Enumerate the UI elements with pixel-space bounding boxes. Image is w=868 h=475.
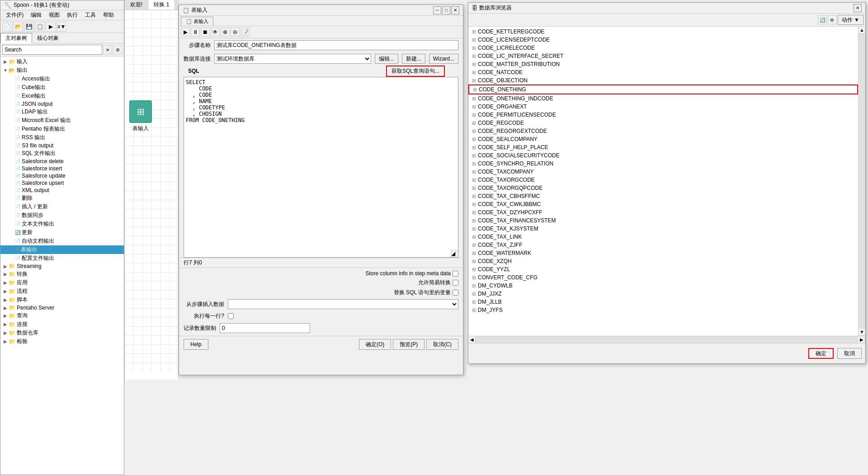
db-cancel-button[interactable]: 取消	[837, 348, 862, 359]
tree-item-xmloutput[interactable]: 📄 XML output	[0, 187, 124, 194]
execute-checkbox[interactable]	[228, 313, 234, 319]
search-input[interactable]	[2, 45, 102, 55]
tree-item-update[interactable]: 🔄 更新	[0, 228, 124, 237]
cancel-button[interactable]: 取消(C)	[426, 339, 458, 350]
stepname-input[interactable]	[214, 40, 458, 50]
db-item-15[interactable]: ⊞ CODE_SOCIALSECURITYCODE	[468, 151, 858, 160]
db-item-11[interactable]: ⊞ CODE_REGCODE	[468, 119, 858, 127]
db-item-30[interactable]: ⊞ CONVERT_CODE_CFG	[468, 273, 858, 282]
tree-item-insertupddate[interactable]: 📄 插入 / 更新	[0, 202, 124, 211]
search-config-btn[interactable]: ⚙	[113, 45, 122, 54]
sql-editor[interactable]: SELECT CODE , CODE , NAME , CODETYPE , C…	[184, 77, 458, 257]
preview-btn[interactable]: 👁	[211, 28, 220, 37]
db-item-9[interactable]: ⊞ CODE_ORGANEXT	[468, 103, 858, 111]
tree-item-msexcel[interactable]: 📄 Microsoft Excel 输出	[0, 116, 124, 125]
db-item-13[interactable]: ⊞ CODE_SEALCOMPANY	[468, 135, 858, 143]
simple-conv-checkbox[interactable]	[453, 280, 458, 286]
db-scroll-up[interactable]: ▲	[859, 27, 865, 34]
db-item-12[interactable]: ⊞ CODE_REGORGEXTCODE	[468, 127, 858, 135]
toolbar-saveas[interactable]: 📋	[35, 22, 45, 32]
db-item-7[interactable]: ⊞ CODE_ONETHING	[468, 85, 858, 94]
close-btn[interactable]: ✕	[451, 6, 459, 14]
db-item-16[interactable]: ⊞ CODE_SYNCHRO_RELATION	[468, 160, 858, 168]
tree-item-verify[interactable]: ▶ 📁 检验	[0, 337, 124, 346]
tree-item-tableout[interactable]: 🗄 表输出	[0, 245, 124, 254]
log-btn[interactable]: 📝	[241, 28, 250, 37]
tree-item-output[interactable]: ▼ 📂 输出	[0, 66, 124, 75]
tree-item-sfupsert[interactable]: 📄 Salesforce upsert	[0, 179, 124, 187]
db-item-5[interactable]: ⊞ CODE_NATCODE	[468, 68, 858, 76]
db-item-22[interactable]: ⊞ CODE_TAX_DZYHPCXFF	[468, 208, 858, 216]
db-item-33[interactable]: ⊞ DM_JLLB	[468, 298, 858, 306]
ok-button[interactable]: 确定(O)	[359, 339, 391, 350]
db-item-14[interactable]: ⊞ CODE_SELF_HELP_PLACE	[468, 143, 858, 151]
toolbar-new[interactable]: 📄	[2, 22, 12, 32]
dbconn-select[interactable]: 测试环境数据库	[214, 54, 371, 64]
zoom-out-btn[interactable]: ⊖	[231, 28, 240, 37]
db-hscroll-right[interactable]: ▶	[858, 336, 865, 343]
tree-item-access[interactable]: 📄 Access输出	[0, 75, 124, 83]
record-limit-input[interactable]	[220, 323, 310, 333]
db-item-26[interactable]: ⊞ CODE_TAX_ZJFF	[468, 241, 858, 249]
db-scroll-down[interactable]: ▼	[859, 329, 865, 336]
db-action-btn[interactable]: 动作 ▼	[838, 15, 863, 25]
db-item-23[interactable]: ⊞ CODE_TAX_FINANCESYSTEM	[468, 216, 858, 225]
menu-execute[interactable]: 执行	[63, 10, 81, 20]
step-box[interactable]: ⊞ 表输入	[129, 100, 152, 132]
help-button[interactable]: Help	[184, 339, 208, 350]
menu-help[interactable]: 帮助	[99, 10, 118, 20]
tree-item-configout[interactable]: 📄 配置文件输出	[0, 254, 124, 263]
run-btn[interactable]: ▶	[181, 28, 190, 37]
db-item-24[interactable]: ⊞ CODE_TAX_KJSYSTEM	[468, 225, 858, 233]
tree-item-pentahoserver[interactable]: ▶ 📁 Pentaho Server	[0, 304, 124, 311]
db-item-6[interactable]: ⊞ CODE_OBJECTION	[468, 76, 858, 85]
store-col-checkbox[interactable]	[453, 271, 458, 277]
new-btn[interactable]: 新建...	[402, 54, 425, 64]
db-item-25[interactable]: ⊞ CODE_TAX_LINK	[468, 233, 858, 241]
insert-from-step-select[interactable]	[228, 299, 458, 309]
menu-tools[interactable]: 工具	[81, 10, 99, 20]
db-item-34[interactable]: ⊞ DM_JYFS	[468, 306, 858, 314]
menu-view[interactable]: 视图	[45, 10, 63, 20]
replace-vars-checkbox[interactable]	[453, 290, 458, 296]
maximize-btn[interactable]: □	[442, 6, 450, 14]
db-item-31[interactable]: ⊞ DM_CYDWLB	[468, 282, 858, 290]
tree-item-delete[interactable]: 📄 删除	[0, 194, 124, 202]
tree-item-sqlfile[interactable]: 📄 SQL 文件输出	[0, 149, 124, 158]
dialog-tab-active[interactable]: 📋 表输入	[181, 17, 213, 26]
menu-file[interactable]: 文件(F)	[2, 10, 27, 20]
tree-item-app[interactable]: ▶ 📁 应用	[0, 278, 124, 287]
db-item-21[interactable]: ⊞ CODE_TAX_CWKJBBMC	[468, 200, 858, 208]
db-item-10[interactable]: ⊞ CODE_PERMITLICENSECODE	[468, 111, 858, 119]
tree-item-transform[interactable]: ▶ 📁 转换	[0, 270, 124, 278]
tree-item-sfupdate[interactable]: 📄 Salesforce update	[0, 172, 124, 179]
tree-item-datawarehouse[interactable]: ▶ 📁 数据仓库	[0, 329, 124, 337]
db-refresh-btn[interactable]: 🔄	[818, 15, 827, 24]
db-item-4[interactable]: ⊞ CODE_MATTER_DISTRIBUTION	[468, 60, 858, 68]
zoom-btn[interactable]: ⊕	[221, 28, 230, 37]
wizard-btn[interactable]: Wizard...	[429, 54, 458, 64]
db-item-20[interactable]: ⊞ CODE_TAX_CBHSFFMC	[468, 192, 858, 200]
get-sql-btn[interactable]: 获取SQL查询语句...	[386, 66, 445, 77]
db-item-32[interactable]: ⊞ DM_JJXZ	[468, 290, 858, 298]
tree-item-sfinsert[interactable]: 📄 Salesforce insert	[0, 165, 124, 172]
toolbar-open[interactable]: 📂	[13, 22, 23, 32]
db-item-2[interactable]: ⊞ CODE_LICRELECODE	[468, 44, 858, 52]
tree-item-excel[interactable]: 📄 Excel输出	[0, 92, 124, 100]
db-hscroll-left[interactable]: ◀	[468, 336, 476, 343]
db-item-3[interactable]: ⊞ CODE_LIC_INTERFACE_SECRET	[468, 52, 858, 60]
edit-btn[interactable]: 编辑...	[375, 54, 398, 64]
tree-item-datasync[interactable]: 📄 数据同步	[0, 211, 124, 220]
toolbar-dropdown[interactable]: ≡▼	[57, 22, 66, 32]
tab-main-objects[interactable]: 主对象树	[0, 33, 32, 43]
tree-item-textout[interactable]: 📄 文本文件输出	[0, 220, 124, 228]
tree-item-query[interactable]: ▶ 📁 查询	[0, 311, 124, 320]
preview-button[interactable]: 预览(P)	[393, 339, 425, 350]
db-item-0[interactable]: ⊞ CODE_KETTLEREGCODE	[468, 28, 858, 36]
tree-item-sfdelete[interactable]: 📄 Salesforce delete	[0, 158, 124, 165]
tree-item-script[interactable]: ▶ 📁 脚本	[0, 296, 124, 304]
stop-btn[interactable]: ⏹	[201, 28, 210, 37]
tree-item-flow[interactable]: ▶ 📁 流程	[0, 287, 124, 296]
db-item-28[interactable]: ⊞ CODE_XZQH	[468, 257, 858, 265]
pause-btn[interactable]: ⏸	[191, 28, 200, 37]
